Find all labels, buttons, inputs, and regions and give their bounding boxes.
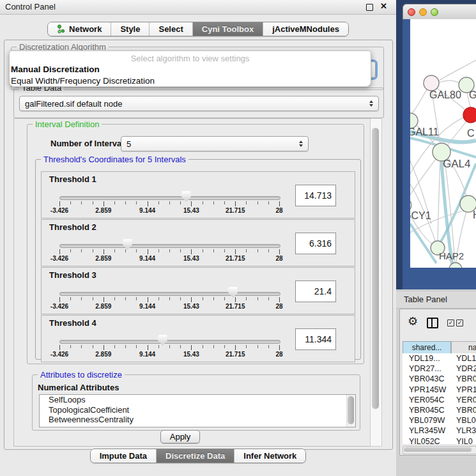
- tab-discretize-data[interactable]: Discretize Data: [156, 449, 234, 463]
- tab-label: Discretize Data: [165, 451, 225, 461]
- threshold-slider-thumb[interactable]: [123, 239, 132, 250]
- horizontal-scrollbar-thumb[interactable]: [404, 447, 472, 452]
- tab-style[interactable]: Style: [111, 22, 149, 36]
- horizontal-scrollbar[interactable]: [403, 446, 476, 454]
- zoom-traffic-light-icon[interactable]: [431, 8, 438, 16]
- threshold-slider-track[interactable]: [59, 340, 280, 344]
- network-node[interactable]: [410, 199, 411, 211]
- list-item-topologicalcoefficient[interactable]: TopologicalCoefficient: [40, 405, 355, 415]
- tab-jactivemnodules[interactable]: jActiveMNodules: [263, 22, 348, 36]
- table-row[interactable]: YLR345WYLR3: [403, 426, 476, 436]
- table-column-header-shared[interactable]: shared...: [403, 341, 451, 354]
- slider-tick: [224, 201, 225, 204]
- tab-network[interactable]: Network: [48, 22, 111, 36]
- tab-cyni-toolbox[interactable]: Cyni Toolbox: [192, 22, 263, 36]
- network-node-label: GAL4: [443, 158, 470, 170]
- table-cell: YDR27...: [403, 364, 451, 373]
- table-data-combobox-value: galFiltered.sif default node: [25, 99, 122, 109]
- slider-tick-label: 9.144: [139, 303, 155, 310]
- minimize-traffic-light-icon[interactable]: [419, 8, 427, 16]
- table-cell: YBR043C: [403, 374, 451, 383]
- table-column-header-na[interactable]: na: [451, 341, 476, 354]
- slider-tick: [257, 297, 258, 300]
- table-data-combobox[interactable]: galFiltered.sif default node: [19, 96, 379, 111]
- tab-label: Impute Data: [100, 451, 147, 461]
- table-row[interactable]: YBL079WYBL0: [403, 415, 476, 426]
- split-columns-icon[interactable]: [427, 318, 438, 328]
- slider-tick: [114, 345, 115, 348]
- top-tab-group: NetworkStyleSelectCyni ToolboxjActiveMNo…: [47, 22, 349, 36]
- threshold-slider-thumb[interactable]: [228, 287, 238, 298]
- vertical-scrollbar-thumb[interactable]: [372, 128, 379, 409]
- numerical-attributes-list[interactable]: SelfLoopsTopologicalCoefficientBetweenne…: [39, 394, 356, 427]
- tab-label: Network: [69, 24, 102, 34]
- threshold-value-field[interactable]: 6.316: [295, 233, 336, 254]
- slider-tick: [136, 249, 137, 252]
- threshold-slider-thumb[interactable]: [158, 335, 167, 346]
- tab-select[interactable]: Select: [149, 22, 192, 36]
- list-scrollbar[interactable]: [346, 395, 355, 427]
- network-window-titlebar[interactable]: [403, 4, 476, 20]
- threshold-slider-thumb[interactable]: [181, 191, 191, 202]
- network-node[interactable]: [424, 75, 439, 91]
- threshold-slider-track[interactable]: [59, 196, 280, 200]
- float-window-icon[interactable]: [366, 4, 373, 11]
- table-row[interactable]: YDR27...YDR2: [403, 364, 476, 374]
- table-row[interactable]: YPR145WYPR1: [403, 385, 476, 395]
- slider-tick: [180, 249, 181, 252]
- slider-tick: [246, 201, 247, 204]
- table-cell: YIL052C: [403, 437, 451, 444]
- slider-tick: [180, 345, 181, 348]
- slider-tick: [59, 345, 60, 350]
- network-edge[interactable]: [411, 89, 427, 115]
- threshold-value-field[interactable]: 11.344: [295, 328, 336, 350]
- network-edge[interactable]: [439, 81, 459, 83]
- combo-stepper-icon: [294, 141, 303, 147]
- threshold-slider-track[interactable]: [59, 292, 280, 296]
- close-traffic-light-icon[interactable]: [408, 8, 415, 16]
- slider-tick: [70, 201, 71, 204]
- network-node[interactable]: [463, 107, 476, 123]
- slider-tick: [81, 297, 82, 300]
- network-canvas[interactable]: GAL80GAGAL11CGAL4GCY1HHAP2: [410, 19, 476, 268]
- checkbox-icon[interactable]: ✓: [447, 319, 454, 326]
- list-scrollbar-thumb[interactable]: [348, 396, 354, 424]
- list-item-selfloops[interactable]: SelfLoops: [40, 395, 355, 405]
- vertical-scrollbar[interactable]: [370, 118, 382, 447]
- table-cell: YIL0: [451, 437, 473, 444]
- slider-tick: [268, 201, 269, 204]
- slider-tick: [136, 345, 137, 348]
- control-panel-titlebar: Control Panel ✕: [0, 0, 396, 15]
- slider-tick: [213, 345, 214, 348]
- slider-tick: [169, 249, 170, 252]
- table-panel-body: ⚙ ✓ ✓ shared...na YDL19...YDL1YDR27...YD…: [399, 309, 476, 456]
- tab-infer-network[interactable]: Infer Network: [234, 449, 305, 463]
- popup-option-equal-width-frequency-discretization[interactable]: Equal Width/Frequency Discretization: [10, 75, 371, 86]
- threshold-value-field[interactable]: 21.4: [295, 280, 336, 302]
- network-edge[interactable]: [438, 161, 440, 241]
- popup-option-manual-discretization[interactable]: Manual Discretization: [10, 63, 371, 75]
- apply-button[interactable]: Apply: [160, 430, 200, 443]
- gear-icon[interactable]: ⚙: [408, 314, 418, 328]
- network-node-label: GA: [469, 89, 476, 100]
- slider-tick: [59, 249, 60, 254]
- slider-tick: [224, 345, 225, 348]
- checkbox-icon[interactable]: ✓: [456, 319, 463, 326]
- table-row[interactable]: YBR043CYBR0: [403, 374, 476, 384]
- table-row[interactable]: YIL052CYIL0: [403, 436, 476, 445]
- table-row[interactable]: YBR045CYBR0: [403, 405, 476, 415]
- threshold-slider-track[interactable]: [59, 244, 280, 248]
- slider-tick: [93, 297, 93, 300]
- list-item-betweennesscentrality[interactable]: BetweennessCentrality: [40, 415, 355, 425]
- number-of-intervals-combobox[interactable]: 5: [121, 136, 309, 151]
- close-window-icon[interactable]: ✕: [380, 1, 387, 11]
- slider-tick: [125, 249, 126, 252]
- threshold-value-field[interactable]: 14.713: [295, 185, 336, 206]
- table-cell: YBR0: [451, 374, 476, 383]
- tab-impute-data[interactable]: Impute Data: [91, 449, 156, 463]
- slider-tick: [279, 201, 280, 206]
- table-row[interactable]: YER054CYER0: [403, 395, 476, 405]
- slider-tick: [81, 201, 82, 204]
- slider-tick: [70, 297, 71, 300]
- table-row[interactable]: YDL19...YDL1: [403, 353, 476, 364]
